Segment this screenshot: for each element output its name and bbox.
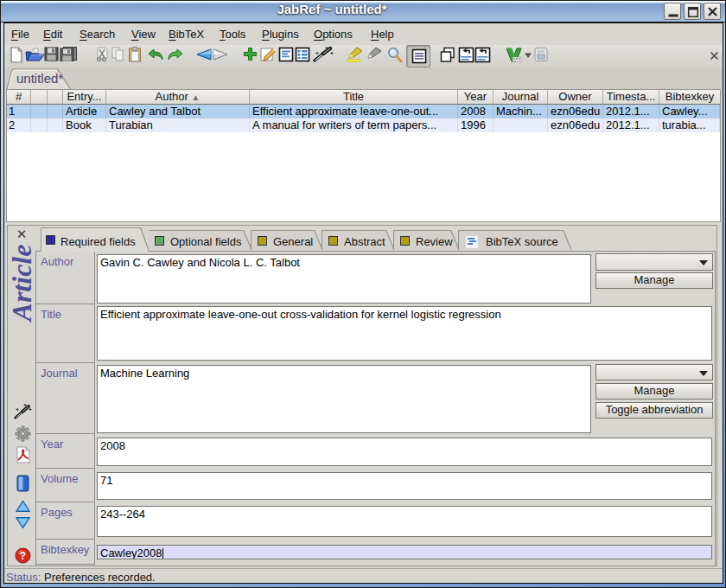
svg-text:?: ? [20,550,26,562]
